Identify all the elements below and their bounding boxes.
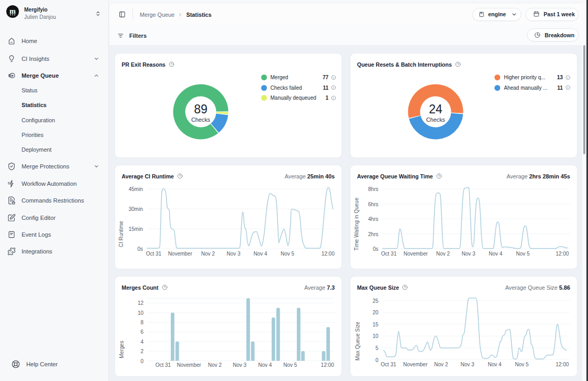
svg-text:10: 10: [138, 310, 144, 316]
svg-text:15: 15: [373, 322, 379, 327]
svg-text:6: 6: [140, 329, 143, 335]
svg-text:0: 0: [375, 357, 378, 363]
svg-text:Nov 3: Nov 3: [460, 362, 474, 367]
svg-text:CI Runtime: CI Runtime: [118, 221, 124, 247]
svg-text:m: m: [9, 7, 16, 15]
svg-text:20: 20: [373, 310, 379, 315]
svg-text:30min: 30min: [129, 206, 143, 212]
svg-text:Nov 4: Nov 4: [253, 251, 267, 257]
svg-text:Oct 31: Oct 31: [381, 251, 397, 257]
svg-text:25: 25: [373, 298, 379, 304]
svg-text:November: November: [403, 362, 428, 367]
svg-text:89: 89: [194, 102, 208, 116]
svg-text:8hrs: 8hrs: [368, 186, 378, 192]
svg-text:Nov 2: Nov 2: [208, 362, 222, 368]
svg-text:4: 4: [140, 339, 143, 345]
svg-text:November: November: [404, 251, 428, 257]
svg-text:Oct 31: Oct 31: [381, 362, 397, 367]
svg-text:Nov 5: Nov 5: [283, 362, 297, 368]
svg-text:12:00: 12:00: [321, 362, 334, 368]
svg-text:2: 2: [140, 348, 143, 354]
svg-text:Nov 4: Nov 4: [488, 362, 502, 367]
svg-text:2hrs: 2hrs: [368, 231, 378, 237]
svg-text:8: 8: [140, 320, 143, 325]
svg-text:Checks: Checks: [191, 117, 211, 123]
svg-text:12:00: 12:00: [555, 251, 569, 257]
svg-text:10: 10: [373, 333, 379, 339]
svg-text:15min: 15min: [129, 226, 143, 232]
svg-text:12:00: 12:00: [555, 362, 569, 367]
svg-text:Nov 4: Nov 4: [489, 251, 503, 257]
svg-text:Nov 2: Nov 2: [436, 251, 450, 257]
svg-text:0: 0: [140, 358, 143, 364]
svg-text:Max Queue Size: Max Queue Size: [355, 322, 360, 361]
svg-text:12: 12: [138, 300, 144, 306]
svg-text:Nov 5: Nov 5: [281, 251, 295, 257]
svg-text:4hrs: 4hrs: [368, 216, 378, 222]
svg-text:0s: 0s: [137, 246, 143, 252]
svg-text:November: November: [177, 362, 202, 368]
svg-text:0s: 0s: [373, 246, 378, 252]
svg-text:5: 5: [375, 345, 378, 351]
svg-text:Nov 2: Nov 2: [434, 362, 448, 367]
svg-text:Nov 3: Nov 3: [461, 251, 476, 257]
svg-text:Oct 31: Oct 31: [146, 251, 162, 257]
svg-text:Nov 3: Nov 3: [226, 251, 241, 257]
svg-text:Nov 2: Nov 2: [201, 251, 215, 257]
svg-text:Checks: Checks: [426, 117, 445, 123]
svg-text:24: 24: [429, 102, 442, 116]
svg-text:Nov 5: Nov 5: [516, 251, 530, 257]
svg-text:Merges: Merges: [119, 341, 125, 358]
svg-text:Time Waiting in Queue: Time Waiting in Queue: [354, 197, 359, 250]
svg-text:Nov 4: Nov 4: [258, 362, 272, 368]
svg-text:Nov 5: Nov 5: [515, 362, 529, 367]
svg-text:November: November: [168, 251, 193, 257]
svg-text:Nov 3: Nov 3: [233, 362, 247, 368]
svg-text:Oct 31: Oct 31: [156, 362, 171, 368]
svg-text:6hrs: 6hrs: [368, 202, 378, 207]
svg-text:12:00: 12:00: [322, 251, 335, 257]
svg-text:45min: 45min: [129, 186, 143, 192]
